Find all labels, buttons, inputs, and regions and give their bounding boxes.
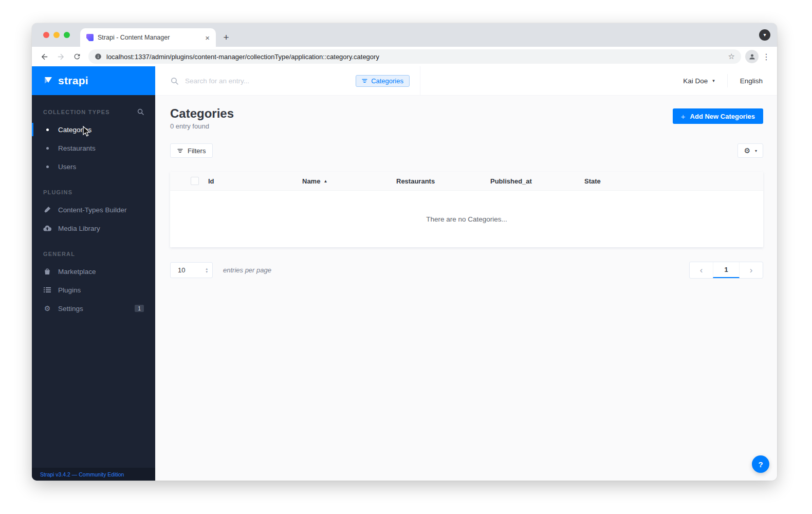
column-header-published-at[interactable]: Published_at (490, 177, 584, 185)
column-header-name[interactable]: Name ▲ (302, 177, 396, 185)
column-header-state[interactable]: State (584, 177, 678, 185)
tab-close-icon[interactable]: × (205, 34, 210, 42)
strapi-favicon-icon (86, 34, 94, 41)
chevron-down-icon[interactable]: ▾ (712, 78, 715, 83)
filters-button[interactable]: Filters (170, 143, 213, 158)
search-input[interactable] (184, 77, 350, 85)
per-page-value: 10 (178, 266, 185, 274)
strapi-logo[interactable]: strapi (32, 66, 155, 95)
sidebar-item-categories[interactable]: Categories (32, 120, 155, 139)
select-all-checkbox[interactable] (191, 177, 199, 185)
filters-label: Filters (188, 147, 206, 155)
brush-icon (43, 206, 51, 213)
forward-arrow-icon (57, 52, 65, 61)
sidebar-item-label: Users (58, 163, 76, 171)
minimize-window-button[interactable] (53, 32, 60, 38)
back-button[interactable] (37, 49, 51, 64)
column-label: Published_at (490, 177, 532, 185)
next-page-button[interactable]: › (740, 262, 763, 278)
filter-icon (362, 79, 367, 83)
main-panel: Categories Kai Doe ▾ English Categories (155, 66, 777, 481)
empty-table-message: There are no Categories... (170, 191, 763, 247)
gear-icon: ⚙ (43, 305, 51, 312)
browser-menu-icon[interactable]: ⋮ (761, 52, 772, 62)
section-plugins: PLUGINS Content-Types Builder (32, 189, 155, 237)
language-selector[interactable]: English (740, 77, 763, 85)
sidebar-item-label: Restaurants (58, 144, 96, 152)
page-title: Categories (170, 107, 234, 120)
stepper-icons[interactable]: ▴ ▾ (206, 267, 208, 273)
browser-tab[interactable]: Strapi - Content Manager × (80, 28, 216, 47)
divider (727, 74, 728, 87)
address-bar[interactable]: localhost:1337/admin/plugins/content-man… (88, 49, 741, 64)
sidebar-item-settings[interactable]: ⚙ Settings 1 (32, 299, 155, 318)
column-label: Restaurants (396, 177, 435, 185)
sidebar-item-label: Plugins (58, 286, 81, 294)
filter-icon (177, 149, 183, 153)
entries-per-page-select[interactable]: 10 ▴ ▾ (170, 262, 213, 278)
browser-profile-avatar[interactable] (745, 50, 759, 63)
column-header-restaurants[interactable]: Restaurants (396, 177, 490, 185)
sidebar-item-media-library[interactable]: Media Library (32, 219, 155, 237)
browser-window: Strapi - Content Manager × + ▾ (32, 23, 777, 481)
controls-row: Filters ⚙ ▾ (170, 143, 763, 158)
sidebar-item-content-types-builder[interactable]: Content-Types Builder (32, 200, 155, 219)
sidebar-item-plugins[interactable]: Plugins (32, 281, 155, 299)
new-tab-button[interactable]: + (219, 30, 233, 45)
title-row: Categories 0 entry found + Add New Categ… (170, 107, 763, 130)
collection-filter-chip[interactable]: Categories (356, 75, 410, 87)
column-label: State (584, 177, 601, 185)
close-window-button[interactable] (43, 32, 49, 38)
reload-icon (73, 52, 81, 61)
sidebar-item-marketplace[interactable]: Marketplace (32, 262, 155, 281)
section-plugins-header: PLUGINS (32, 189, 155, 195)
sidebar-item-label: Settings (58, 305, 83, 313)
previous-page-button[interactable]: ‹ (690, 262, 713, 278)
column-header-id[interactable]: Id (208, 177, 302, 185)
current-page[interactable]: 1 (713, 262, 740, 278)
section-title: COLLECTION TYPES (43, 109, 110, 115)
sidebar-item-restaurants[interactable]: Restaurants (32, 139, 155, 157)
user-menu[interactable]: Kai Doe (683, 77, 708, 85)
sidebar-item-users[interactable]: Users (32, 157, 155, 176)
title-block: Categories 0 entry found (170, 107, 234, 130)
strapi-admin-app: strapi COLLECTION TYPES (32, 66, 777, 481)
settings-badge: 1 (135, 305, 144, 312)
search-icon (171, 77, 178, 85)
section-collection-types: COLLECTION TYPES Categories (32, 108, 155, 176)
chevron-down-icon: ▾ (763, 32, 766, 38)
per-page-control: 10 ▴ ▾ entries per page (170, 262, 271, 278)
cloud-upload-icon (43, 225, 51, 231)
reload-button[interactable] (70, 49, 84, 64)
strapi-wordmark: strapi (58, 75, 88, 87)
add-new-categories-button[interactable]: + Add New Categories (673, 108, 763, 124)
zoom-window-button[interactable] (64, 32, 70, 38)
bookmark-star-icon[interactable]: ☆ (728, 52, 735, 61)
user-zone: Kai Doe ▾ English (683, 66, 777, 95)
strapi-logo-icon (43, 76, 53, 86)
section-title: GENERAL (43, 251, 75, 257)
version-link[interactable]: Strapi v3.4.2 — Community Edition (40, 471, 124, 478)
section-general: GENERAL Marketplace (32, 251, 155, 318)
sidebar-item-label: Content-Types Builder (58, 206, 127, 214)
sidebar-item-label: Marketplace (58, 268, 96, 276)
entries-table: Id Name ▲ Restaurants Published_at (170, 172, 763, 247)
search-icon[interactable] (137, 108, 144, 115)
url-text: localhost:1337/admin/plugins/content-man… (106, 53, 379, 61)
sort-ascending-icon: ▲ (323, 179, 327, 183)
per-page-label: entries per page (223, 266, 271, 274)
column-label: Name (302, 177, 320, 185)
select-all-cell (170, 177, 208, 185)
shopping-bag-icon (43, 268, 51, 275)
window-traffic-lights (43, 32, 70, 38)
view-settings-dropdown[interactable]: ⚙ ▾ (737, 143, 763, 158)
entry-count: 0 entry found (170, 122, 234, 130)
section-title: PLUGINS (43, 189, 72, 195)
help-button[interactable]: ? (752, 455, 769, 473)
site-info-icon[interactable] (95, 53, 102, 60)
table-header-row: Id Name ▲ Restaurants Published_at (170, 172, 763, 191)
tab-search-button[interactable]: ▾ (759, 29, 770, 41)
stepper-down-icon: ▾ (206, 270, 208, 273)
forward-button[interactable] (53, 49, 68, 64)
sidebar: strapi COLLECTION TYPES (32, 66, 155, 481)
